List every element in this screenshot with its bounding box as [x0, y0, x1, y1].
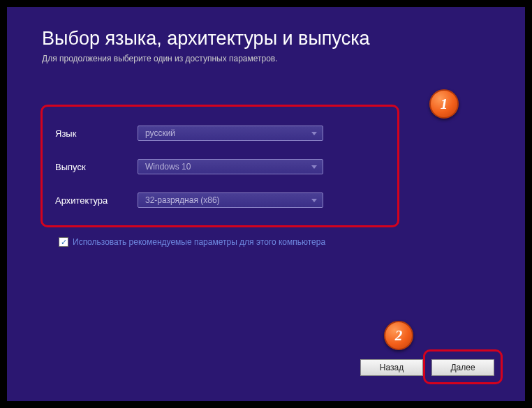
form-highlight-box: Язык русский Выпуск Windows 10 Архитекту…	[40, 105, 399, 227]
setup-window: Выбор языка, архитектуры и выпуска Для п…	[7, 7, 525, 401]
field-row-language: Язык русский	[55, 116, 385, 150]
checkbox-use-recommended[interactable]: ✓	[59, 237, 68, 247]
checkbox-label: Использовать рекомендуемые параметры для…	[73, 237, 325, 247]
page-subtitle: Для продолжения выберите один из доступн…	[7, 50, 525, 63]
chevron-down-icon	[311, 132, 317, 135]
label-architecture: Архитектура	[55, 195, 138, 206]
select-language[interactable]: русский	[138, 126, 323, 141]
select-architecture[interactable]: 32-разрядная (x86)	[138, 192, 323, 208]
back-button[interactable]: Назад	[360, 359, 423, 376]
select-edition[interactable]: Windows 10	[138, 159, 323, 174]
next-button[interactable]: Далее	[431, 359, 494, 376]
field-row-edition: Выпуск Windows 10	[55, 150, 385, 183]
annotation-badge-2: 2	[384, 321, 413, 350]
checkbox-row: ✓ Использовать рекомендуемые параметры д…	[59, 237, 325, 247]
button-bar: Назад Далее	[360, 359, 494, 376]
field-row-architecture: Архитектура 32-разрядная (x86)	[55, 183, 385, 217]
select-language-value: русский	[145, 128, 175, 138]
label-edition: Выпуск	[55, 162, 138, 172]
chevron-down-icon	[311, 199, 317, 202]
select-edition-value: Windows 10	[145, 162, 191, 172]
page-title: Выбор языка, архитектуры и выпуска	[7, 7, 525, 50]
label-language: Язык	[55, 128, 138, 139]
annotation-badge-1: 1	[429, 89, 459, 119]
select-architecture-value: 32-разрядная (x86)	[145, 195, 220, 205]
chevron-down-icon	[311, 165, 317, 169]
